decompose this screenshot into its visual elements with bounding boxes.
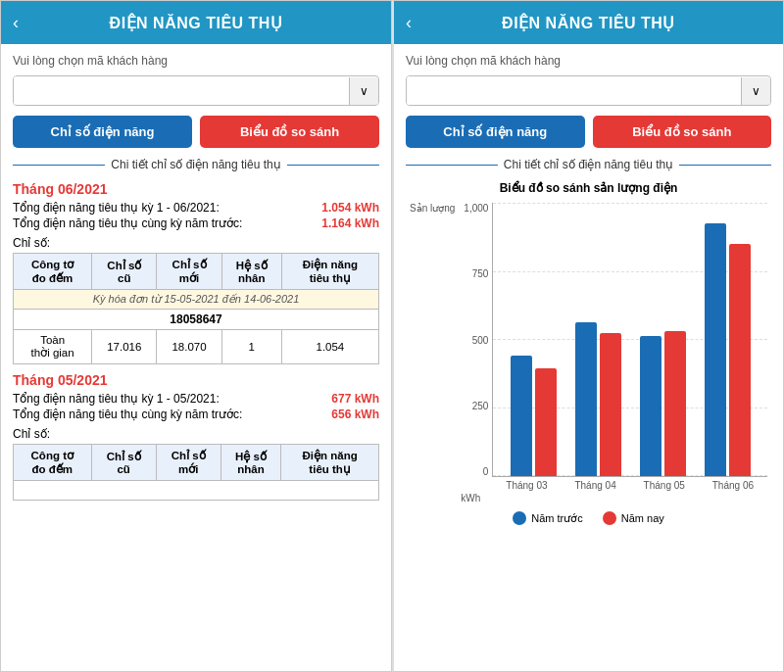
right-dropdown[interactable]: ∨ bbox=[406, 75, 771, 106]
month-2-stat-1: Tổng điện năng tiêu thụ kỳ 1 - 05/2021: … bbox=[13, 392, 379, 406]
y-tick-1000: 1,000 bbox=[457, 203, 488, 214]
month-1-stat-1-label: Tổng điện năng tiêu thụ kỳ 1 - 06/2021: bbox=[13, 201, 220, 215]
legend-label-blue: Năm trước bbox=[531, 512, 583, 525]
legend-nam-nay: Năm nay bbox=[603, 511, 664, 525]
bar-group bbox=[511, 356, 557, 476]
bar-blue bbox=[705, 223, 726, 476]
left-section-divider: Chi tiết chỉ số điện năng tiêu thụ bbox=[13, 158, 379, 171]
bars-area bbox=[492, 203, 767, 477]
left-dropdown[interactable]: ∨ bbox=[13, 75, 379, 106]
th-chi-so-cu: Chỉ sốcũ bbox=[92, 254, 157, 290]
month-2-stat-2: Tổng điện năng tiêu thụ cùng kỳ năm trướ… bbox=[13, 408, 379, 421]
th2-he-so-nhan: Hệ sốnhân bbox=[220, 445, 280, 481]
bar-blue bbox=[640, 336, 662, 476]
month-1-table: Công tơđo đếm Chỉ sốcũ Chỉ sốmới Hệ sốnh… bbox=[13, 253, 379, 364]
kwh-unit: kWh bbox=[461, 493, 480, 504]
left-header: ‹ ĐIỆN NĂNG TIÊU THỤ bbox=[1, 1, 391, 44]
month-1-stat-1: Tổng điện năng tiêu thụ kỳ 1 - 06/2021: … bbox=[13, 201, 379, 215]
month-1-stat-1-val: 1.054 kWh bbox=[321, 201, 379, 215]
right-body: Vui lòng chọn mã khách hàng ∨ Chỉ số điệ… bbox=[394, 44, 783, 671]
th2-chi-so-moi: Chỉ sốmới bbox=[156, 445, 220, 481]
x-label-t05: Tháng 05 bbox=[630, 480, 699, 491]
bar-group bbox=[640, 331, 686, 476]
left-customer-input[interactable] bbox=[14, 76, 349, 105]
right-bieu-do-button[interactable]: Biểu đồ so sánh bbox=[593, 116, 772, 148]
left-back-button[interactable]: ‹ bbox=[13, 13, 19, 33]
right-customer-input[interactable] bbox=[407, 76, 741, 105]
y-tick-250: 250 bbox=[457, 401, 488, 411]
th2-chi-so-cu: Chỉ sốcũ bbox=[91, 445, 156, 481]
left-dropdown-chevron[interactable]: ∨ bbox=[349, 77, 378, 105]
right-panel: ‹ ĐIỆN NĂNG TIÊU THỤ Vui lòng chọn mã kh… bbox=[392, 0, 784, 672]
y-tick-750: 750 bbox=[457, 268, 488, 279]
right-header: ‹ ĐIỆN NĂNG TIÊU THỤ bbox=[394, 1, 783, 44]
bar-red bbox=[535, 368, 557, 476]
td-toan-thoi-gian: Toànthời gian bbox=[14, 330, 92, 364]
th-chi-so-moi: Chỉ sốmới bbox=[157, 254, 221, 290]
right-title: ĐIỆN NĂNG TIÊU THỤ bbox=[502, 14, 675, 32]
bar-red bbox=[729, 244, 751, 476]
right-dropdown-chevron[interactable]: ∨ bbox=[741, 77, 770, 105]
x-label-t03: Tháng 03 bbox=[492, 480, 561, 491]
chart-legend: Năm trước Năm nay bbox=[410, 511, 767, 525]
month-1-stat-2-label: Tổng điện năng tiêu thụ cùng kỳ năm trướ… bbox=[13, 216, 242, 230]
right-divider-line-1 bbox=[406, 165, 498, 166]
legend-nam-truoc: Năm trước bbox=[513, 511, 583, 525]
y-axis: 0 250 500 750 1,000 bbox=[457, 203, 492, 477]
td-dien-nang-val: 1.054 bbox=[281, 330, 378, 364]
right-chi-so-button[interactable]: Chỉ số điện năng bbox=[406, 116, 585, 148]
th2-dien-nang: Điện năngtiêu thụ bbox=[281, 445, 379, 481]
month-1-title: Tháng 06/2021 bbox=[13, 181, 379, 197]
left-title: ĐIỆN NĂNG TIÊU THỤ bbox=[110, 14, 283, 32]
y-tick-500: 500 bbox=[457, 335, 488, 346]
month-2-stat-2-val: 656 kWh bbox=[331, 408, 379, 421]
th-dien-nang: Điện năngtiêu thụ bbox=[281, 254, 378, 290]
ky-hoa-don-1: Kỳ hóa đơn từ 15-05-2021 đến 14-06-2021 bbox=[14, 290, 379, 310]
right-back-button[interactable]: ‹ bbox=[406, 13, 412, 33]
th-he-so-nhan: Hệ sốnhân bbox=[221, 254, 281, 290]
kwh-label: kWh bbox=[457, 493, 767, 504]
left-panel: ‹ ĐIỆN NĂNG TIÊU THỤ Vui lòng chọn mã kh… bbox=[0, 0, 392, 672]
right-section-divider: Chi tiết chỉ số điện năng tiêu thụ bbox=[406, 158, 771, 171]
left-divider-line-2 bbox=[287, 165, 379, 166]
right-subtitle: Vui lòng chọn mã khách hàng bbox=[406, 54, 771, 68]
left-action-buttons: Chỉ số điện năng Biểu đồ so sánh bbox=[13, 116, 379, 148]
right-section-label: Chi tiết chỉ số điện năng tiêu thụ bbox=[504, 158, 673, 171]
right-divider-line-2 bbox=[679, 165, 771, 166]
legend-label-red: Năm nay bbox=[621, 512, 664, 524]
legend-dot-red bbox=[603, 511, 616, 525]
month-2-stat-1-val: 677 kWh bbox=[331, 392, 379, 406]
bar-blue bbox=[511, 356, 532, 476]
bar-group bbox=[705, 223, 751, 476]
bar-red bbox=[600, 333, 621, 476]
left-section-label: Chi tiết chỉ số điện năng tiêu thụ bbox=[111, 158, 280, 171]
td-he-so-val: 1 bbox=[221, 330, 281, 364]
left-chi-so-button[interactable]: Chỉ số điện năng bbox=[13, 116, 192, 148]
chart-title: Biểu đồ so sánh sản lượng điện bbox=[406, 181, 771, 195]
month-1-chi-so-label: Chỉ số: bbox=[13, 236, 379, 250]
td-chi-so-moi-val: 18.070 bbox=[157, 330, 221, 364]
y-axis-title-label: Sản lượng bbox=[410, 203, 455, 214]
month-1-stat-2: Tổng điện năng tiêu thụ cùng kỳ năm trướ… bbox=[13, 216, 379, 230]
left-bieu-do-button[interactable]: Biểu đồ so sánh bbox=[200, 116, 379, 148]
x-label-t06: Tháng 06 bbox=[699, 480, 767, 491]
month-2-chi-so-label: Chỉ số: bbox=[13, 427, 379, 441]
th-cong-to: Công tơđo đếm bbox=[14, 254, 92, 290]
td-chi-so-cu-val: 17.016 bbox=[92, 330, 157, 364]
month-1-stat-2-val: 1.164 kWh bbox=[321, 216, 379, 230]
bars-row bbox=[493, 203, 767, 476]
th2-cong-to: Công tơđo đếm bbox=[14, 445, 92, 481]
left-divider-line-1 bbox=[13, 165, 105, 166]
left-body: Vui lòng chọn mã khách hàng ∨ Chỉ số điệ… bbox=[1, 44, 391, 671]
bar-blue bbox=[575, 322, 597, 476]
bar-red bbox=[664, 331, 686, 476]
meter-id-1: 18058647 bbox=[14, 310, 379, 330]
right-action-buttons: Chỉ số điện năng Biểu đồ so sánh bbox=[406, 116, 771, 148]
month-2-table: Công tơđo đếm Chỉ sốcũ Chỉ sốmới Hệ sốnh… bbox=[13, 444, 379, 501]
x-labels: Tháng 03 Tháng 04 Tháng 05 Tháng 06 bbox=[457, 477, 767, 491]
y-tick-0: 0 bbox=[457, 466, 488, 477]
chart-container: Sản lượng 0 250 500 750 1,000 bbox=[406, 203, 771, 525]
month-2-title: Tháng 05/2021 bbox=[13, 372, 379, 388]
month-2-stat-2-label: Tổng điện năng tiêu thụ cùng kỳ năm trướ… bbox=[13, 408, 242, 421]
left-subtitle: Vui lòng chọn mã khách hàng bbox=[13, 54, 379, 68]
